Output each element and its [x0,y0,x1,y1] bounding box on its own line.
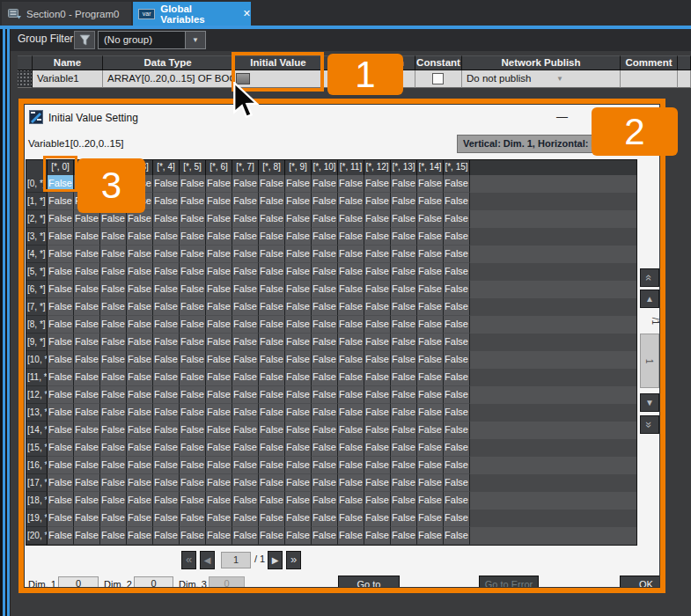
grid-cell[interactable]: False [153,210,180,228]
grid-cell[interactable]: False [259,228,285,246]
grid-cell[interactable]: False [48,334,74,351]
grid-cell[interactable]: False [259,422,285,439]
grid-cell[interactable]: False [417,263,444,281]
grid-cell[interactable]: False [444,474,470,492]
grid-cell[interactable]: False [312,263,338,281]
grid-cell[interactable]: False [364,457,391,474]
grid-cell[interactable]: False [259,316,285,334]
grid-cell[interactable]: False [180,175,206,193]
page-down-button[interactable]: ▼ [640,393,659,412]
ok-button[interactable]: OK [620,576,660,588]
grid-cell[interactable]: False [312,210,338,228]
grid-cell[interactable]: False [127,263,153,281]
grid-cell[interactable]: False [74,510,100,527]
grid-cell[interactable]: False [444,263,470,281]
grid-cell[interactable]: False [391,263,417,281]
grid-cell[interactable]: False [74,228,100,246]
grid-cell[interactable]: False [259,351,285,369]
grid-cell[interactable]: False [127,316,153,334]
grid-cell[interactable]: False [232,263,259,281]
grid-cell[interactable]: False [364,474,391,492]
grid-cell[interactable]: False [48,316,74,334]
grid-cell[interactable]: False [74,316,100,334]
grid-cell[interactable]: False [100,281,127,298]
grid-cell[interactable]: False [259,457,285,474]
grid-cell[interactable]: False [127,404,153,422]
grid-cell[interactable]: False [364,193,391,210]
grid-cell[interactable]: False [285,281,312,298]
grid-cell[interactable]: False [48,210,74,228]
grid-cell[interactable]: False [444,281,470,298]
grid-cell[interactable]: False [338,510,364,527]
grid-cell[interactable]: False [100,474,127,492]
grid-cell[interactable]: False [417,246,444,263]
grid-cell[interactable]: False [391,439,417,457]
grid-cell[interactable]: False [127,474,153,492]
grid-cell[interactable]: False [180,369,206,386]
grid-cell[interactable]: False [48,228,74,246]
grid-cell[interactable]: False [259,527,285,545]
grid-cell[interactable]: False [180,527,206,545]
grid-cell[interactable]: False [444,228,470,246]
grid-cell[interactable]: False [100,369,127,386]
grid-cell[interactable]: False [285,193,312,210]
grid-cell[interactable]: False [232,492,259,510]
grid-cell[interactable]: False [259,246,285,263]
grid-cell[interactable]: False [444,527,470,545]
grid-row-header[interactable]: [16, *] [26,457,48,474]
grid-cell[interactable]: False [364,527,391,545]
grid-cell[interactable]: False [312,175,338,193]
grid-cell[interactable]: False [48,439,74,457]
grid-cell[interactable]: False [259,510,285,527]
grid-cell[interactable]: False [74,422,100,439]
grid-cell[interactable]: False [180,474,206,492]
grid-cell[interactable]: False [417,492,444,510]
last-page-button[interactable]: » [286,551,301,569]
grid-row-header[interactable]: [1, *] [26,193,48,210]
grid-row-header[interactable]: [10, *] [26,351,48,369]
grid-cell[interactable]: False [127,281,153,298]
col-header-constant[interactable]: Constant [415,55,462,70]
grid-cell[interactable]: False [180,404,206,422]
grid-cell[interactable]: False [180,457,206,474]
grid-cell[interactable]: False [444,334,470,351]
grid-col-header[interactable]: [*, 14] [417,160,444,175]
grid-cell[interactable]: False [74,334,100,351]
grid-cell[interactable]: False [364,175,391,193]
grid-cell[interactable]: False [232,404,259,422]
grid-cell[interactable]: False [391,175,417,193]
grid-cell[interactable]: False [232,527,259,545]
grid-cell[interactable]: False [232,369,259,386]
grid-cell[interactable]: False [444,386,470,404]
grid-cell[interactable]: False [391,404,417,422]
tab-section0-program0[interactable]: Section0 - Program0 [2,2,131,26]
grid-cell[interactable]: False [338,281,364,298]
grid-cell[interactable]: False [285,334,312,351]
grid-cell[interactable]: False [48,351,74,369]
grid-cell[interactable]: False [285,474,312,492]
grid-cell[interactable]: False [338,316,364,334]
grid-cell[interactable]: False [259,369,285,386]
grid-cell[interactable]: False [285,210,312,228]
grid-cell[interactable]: False [364,492,391,510]
grid-cell[interactable]: False [180,193,206,210]
grid-cell[interactable]: False [206,193,232,210]
chevron-down-icon[interactable]: ▼ [556,70,563,87]
grid-cell[interactable]: False [206,457,232,474]
grid-cell[interactable]: False [338,386,364,404]
grid-cell[interactable]: False [232,210,259,228]
grid-cell[interactable]: False [206,175,232,193]
grid-cell[interactable]: False [48,422,74,439]
prev-page-button[interactable]: ◀ [200,551,215,569]
grid-cell[interactable]: False [259,298,285,316]
grid-cell[interactable]: False [127,334,153,351]
grid-cell[interactable]: False [444,457,470,474]
grid-cell[interactable]: False [364,422,391,439]
grid-cell[interactable]: False [100,298,127,316]
grid-cell[interactable]: False [100,263,127,281]
grid-cell[interactable]: False [312,439,338,457]
grid-cell[interactable]: False [391,334,417,351]
grid-col-header[interactable]: [*, 11] [338,160,364,175]
grid-cell[interactable]: False [417,386,444,404]
grid-cell[interactable]: False [285,404,312,422]
